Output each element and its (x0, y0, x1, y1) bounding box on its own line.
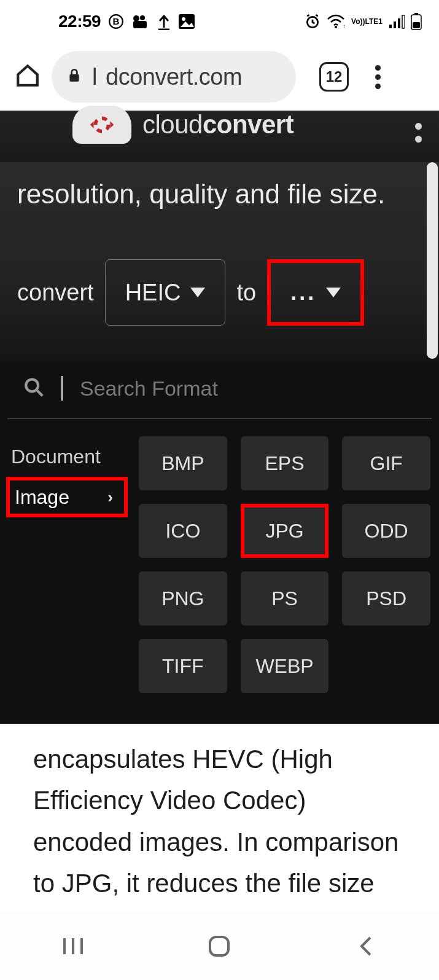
svg-point-21 (26, 379, 38, 391)
svg-rect-14 (402, 15, 405, 28)
format-search-input[interactable] (80, 377, 416, 401)
bixby-icon: B (108, 14, 124, 29)
svg-text:B: B (113, 16, 120, 26)
text-cursor (61, 376, 63, 401)
svg-point-3 (140, 15, 145, 20)
brand-light: cloud (142, 110, 203, 139)
format-option-jpg[interactable]: JPG (241, 504, 329, 558)
home-icon[interactable] (15, 63, 41, 91)
site-header: cloudconvert (0, 111, 439, 162)
description-card: encapsulates HEVC (High Efficiency Video… (15, 730, 424, 908)
format-option-bmp[interactable]: BMP (139, 436, 227, 490)
picture-icon (178, 14, 195, 29)
category-label: Document (11, 445, 101, 468)
search-icon (23, 377, 44, 400)
format-option-odd[interactable]: ODD (342, 504, 430, 558)
page-scrollbar[interactable] (427, 162, 438, 359)
format-option-tiff[interactable]: TIFF (139, 639, 227, 693)
alarm-icon (305, 14, 321, 29)
svg-rect-26 (210, 937, 228, 955)
android-status-bar: 22:59 B ↑ Vo)) LTE1 (0, 0, 439, 43)
browser-toolbar: l dconvert.com 12 (0, 43, 439, 111)
site-menu-icon[interactable] (415, 123, 422, 143)
from-format-value: HEIC (125, 280, 181, 306)
teams-icon (131, 14, 150, 29)
address-bar[interactable]: l dconvert.com (52, 51, 296, 103)
svg-rect-13 (398, 18, 400, 28)
signal-icon (389, 14, 405, 29)
recent-apps-button[interactable] (58, 931, 88, 961)
upload-arrow-icon (157, 13, 171, 30)
format-option-eps[interactable]: EPS (241, 436, 329, 490)
format-option-gif[interactable]: GIF (342, 436, 430, 490)
svg-point-9 (335, 26, 337, 28)
hero-description: resolution, quality and file size. (17, 173, 422, 215)
svg-rect-12 (394, 22, 396, 28)
convert-label: convert (17, 280, 94, 306)
hero-panel: resolution, quality and file size. conve… (0, 162, 439, 363)
chevron-right-icon: › (107, 488, 113, 507)
category-label: Image (15, 486, 69, 509)
to-format-value: ... (290, 280, 316, 305)
format-grid: BMPEPSGIFICOJPGODDPNGPSPSDTIFFWEBP (139, 436, 430, 693)
category-column: DocumentImage› (6, 436, 128, 693)
below-content-area: encapsulates HEVC (High Efficiency Video… (0, 724, 439, 914)
home-button[interactable] (204, 931, 234, 961)
svg-text:↑: ↑ (343, 23, 345, 29)
description-text: encapsulates HEVC (High Efficiency Video… (33, 745, 398, 908)
status-time: 22:59 (58, 12, 101, 31)
lock-icon (66, 68, 82, 86)
svg-line-22 (37, 391, 43, 396)
back-button[interactable] (351, 931, 381, 961)
chevron-down-icon (326, 288, 341, 297)
svg-rect-4 (133, 21, 147, 28)
format-option-ico[interactable]: ICO (139, 504, 227, 558)
brand-bold: convert (203, 110, 293, 139)
format-option-webp[interactable]: WEBP (241, 639, 329, 693)
url-text: dconvert.com (106, 64, 242, 90)
format-option-png[interactable]: PNG (139, 571, 227, 625)
tab-count-value: 12 (326, 68, 343, 85)
url-prefix-char: l (92, 64, 96, 90)
wifi-icon: ↑ (327, 14, 345, 29)
format-option-ps[interactable]: PS (241, 571, 329, 625)
volte-indicator: Vo)) LTE1 (351, 18, 383, 25)
battery-icon (411, 13, 422, 30)
from-format-dropdown[interactable]: HEIC (105, 259, 226, 326)
browser-menu-icon[interactable] (368, 65, 387, 89)
cloud-logo-icon (72, 106, 131, 144)
svg-marker-20 (90, 121, 94, 128)
svg-point-7 (182, 17, 185, 21)
brand-text: cloudconvert (142, 110, 293, 139)
svg-rect-17 (413, 22, 420, 28)
net-label: LTE1 (365, 18, 383, 25)
volte-line1: Vo)) (351, 18, 365, 25)
category-item-document[interactable]: Document (6, 436, 128, 477)
svg-marker-19 (110, 121, 114, 128)
chevron-down-icon (190, 288, 205, 297)
convert-row: convert HEIC to ... (17, 259, 422, 326)
format-option-psd[interactable]: PSD (342, 571, 430, 625)
category-item-image[interactable]: Image› (6, 477, 128, 517)
site-logo[interactable]: cloudconvert (72, 106, 293, 144)
to-format-dropdown[interactable]: ... (267, 259, 364, 326)
tab-count-button[interactable]: 12 (319, 62, 349, 92)
android-nav-bar (0, 912, 439, 980)
format-dropdown-panel: DocumentImage› BMPEPSGIFICOJPGODDPNGPSPS… (0, 363, 439, 724)
to-label: to (236, 280, 256, 306)
svg-point-2 (133, 15, 139, 22)
svg-rect-11 (389, 25, 392, 28)
format-search-row (7, 376, 432, 419)
svg-rect-18 (69, 74, 79, 82)
